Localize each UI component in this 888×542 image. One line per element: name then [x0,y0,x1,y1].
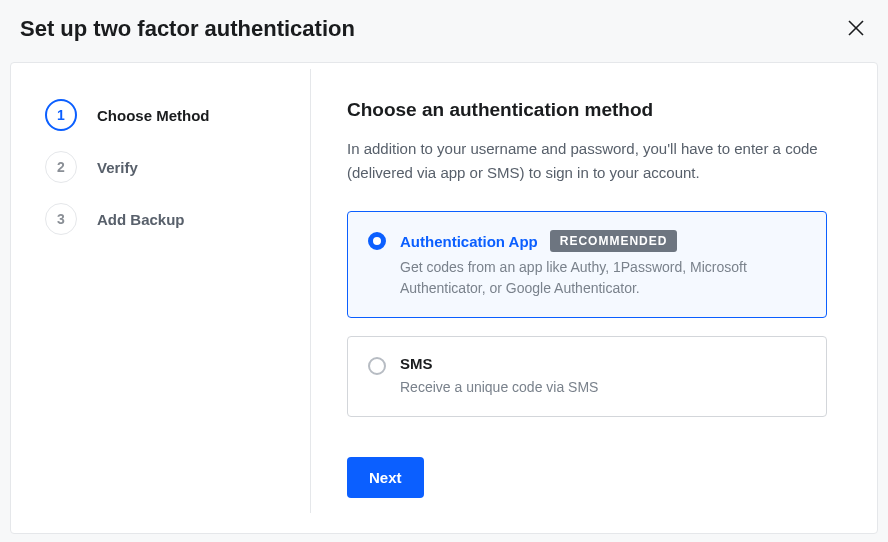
close-icon [848,20,864,36]
option-title-row: Authentication App RECOMMENDED [400,230,806,252]
step-label: Choose Method [97,107,210,124]
option-body: Authentication App RECOMMENDED Get codes… [400,230,806,299]
radio-icon [368,357,386,375]
step-verify[interactable]: 2 Verify [45,151,290,183]
content-heading: Choose an authentication method [347,99,827,121]
step-number: 1 [45,99,77,131]
modal-header: Set up two factor authentication [0,0,888,62]
option-title-row: SMS [400,355,806,372]
step-label: Verify [97,159,138,176]
content-area: Choose an authentication method In addit… [311,63,877,533]
next-button[interactable]: Next [347,457,424,498]
step-label: Add Backup [97,211,185,228]
option-title: SMS [400,355,433,372]
option-body: SMS Receive a unique code via SMS [400,355,806,398]
radio-icon [368,232,386,250]
setup-card: 1 Choose Method 2 Verify 3 Add Backup Ch… [10,62,878,534]
recommended-badge: RECOMMENDED [550,230,678,252]
step-choose-method[interactable]: 1 Choose Method [45,99,290,131]
modal-title: Set up two factor authentication [20,16,355,42]
step-number: 2 [45,151,77,183]
content-description: In addition to your username and passwor… [347,137,827,185]
option-description: Receive a unique code via SMS [400,377,806,398]
step-add-backup[interactable]: 3 Add Backup [45,203,290,235]
step-number: 3 [45,203,77,235]
steps-sidebar: 1 Choose Method 2 Verify 3 Add Backup [11,69,311,513]
close-button[interactable] [844,14,868,44]
option-authentication-app[interactable]: Authentication App RECOMMENDED Get codes… [347,211,827,318]
option-description: Get codes from an app like Authy, 1Passw… [400,257,806,299]
option-title: Authentication App [400,233,538,250]
option-sms[interactable]: SMS Receive a unique code via SMS [347,336,827,417]
